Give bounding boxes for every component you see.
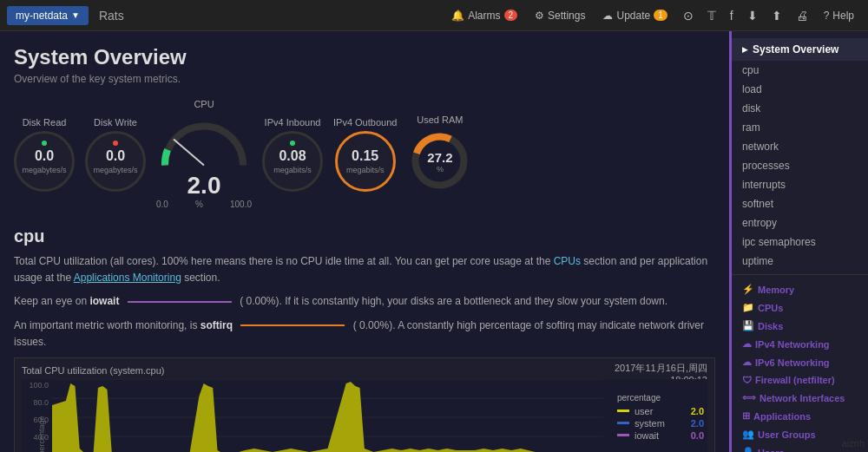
brand-caret: ▼	[71, 10, 80, 20]
sidebar-item-uptime[interactable]: uptime	[732, 252, 868, 271]
sidebar-item-system-overview[interactable]: ▸ System Overview	[732, 38, 868, 61]
user-area	[52, 382, 603, 452]
alarms-nav-item[interactable]: 🔔 Alarms 2	[444, 6, 524, 25]
alarms-badge: 2	[504, 10, 518, 21]
brand-button[interactable]: my-netdata ▼	[7, 6, 89, 25]
softirq-desc: An important metric worth monitoring, is…	[14, 318, 715, 350]
legend-header: percentage	[617, 393, 704, 403]
iowait-prefix: Keep an eye on	[14, 295, 87, 307]
sidebar-section-cpus[interactable]: 📁 CPUs	[732, 297, 868, 315]
softirq-label: softirq	[201, 319, 233, 331]
download-icon[interactable]: ⬇	[742, 5, 763, 26]
iowait-suffix: ( 0.00%). If it is constantly high, your…	[240, 295, 667, 307]
sidebar-network-label: network	[742, 141, 779, 153]
upload-icon[interactable]: ⬆	[766, 5, 787, 26]
legend-iowait-color	[617, 434, 629, 436]
usergroups-label: User Groups	[758, 429, 816, 440]
sidebar-uptime-label: uptime	[742, 255, 773, 267]
monitoring-link[interactable]: Applications Monitoring	[74, 272, 181, 284]
sidebar-item-interrupts[interactable]: interrupts	[732, 175, 868, 194]
ipv4-outbound-gauge: 0.15 megabits/s	[335, 131, 396, 192]
disk-write-label: Disk Write	[94, 117, 137, 128]
usergroups-icon: 👥	[742, 429, 754, 440]
sidebar-item-load[interactable]: load	[732, 80, 868, 99]
sidebar-cpu-label: cpu	[742, 64, 759, 76]
sidebar-item-ipc[interactable]: ipc semaphores	[732, 233, 868, 252]
sidebar-section-ipv4[interactable]: ☁ IPv4 Networking	[732, 333, 868, 351]
ipv4-icon: ☁	[742, 338, 752, 350]
sidebar-softnet-label: softnet	[742, 198, 773, 210]
sidebar-section-disks[interactable]: 💾 Disks	[732, 315, 868, 333]
sidebar-section-firewall[interactable]: 🛡 Firewall (netfilter)	[732, 370, 868, 387]
update-nav-item[interactable]: ☁ Update 1	[595, 6, 674, 25]
settings-nav-item[interactable]: ⚙ Settings	[528, 6, 592, 25]
cpu-desc1: Total CPU utilization (all cores). 100% …	[14, 255, 550, 267]
sidebar-item-entropy[interactable]: entropy	[732, 213, 868, 233]
settings-icon: ⚙	[535, 10, 544, 22]
ipv4-label: IPv4 Networking	[755, 339, 830, 350]
sidebar: ▸ System Overview cpu load disk ram netw…	[729, 31, 868, 452]
sidebar-processes-label: processes	[742, 160, 790, 172]
watermark: aiznh	[842, 438, 865, 449]
alarms-label: Alarms	[468, 10, 500, 22]
legend-iowait-value: 0.0	[683, 430, 704, 441]
legend-system-value: 2.0	[683, 418, 704, 429]
sidebar-divider-1	[732, 274, 868, 275]
ram-center: 27.2 %	[427, 149, 452, 173]
memory-label: Memory	[758, 285, 794, 295]
sidebar-item-processes[interactable]: processes	[732, 156, 868, 175]
legend-user-value: 2.0	[683, 406, 704, 416]
yaxis-100: 100.0	[22, 381, 49, 390]
sidebar-section-memory[interactable]: ⚡ Memory	[732, 278, 868, 297]
applications-icon: ⊞	[742, 410, 750, 422]
yaxis-80: 80.0	[22, 398, 49, 407]
cpu-desc1c: section.	[184, 272, 220, 284]
ipv6-icon: ☁	[742, 357, 752, 368]
update-label: Update	[616, 10, 650, 22]
twitter-icon[interactable]: 𝕋	[702, 5, 721, 26]
sidebar-item-cpu[interactable]: cpu	[732, 61, 868, 80]
svg-line-0	[174, 140, 204, 166]
sidebar-section-applications[interactable]: ⊞ Applications	[732, 405, 868, 423]
chart-svg	[52, 379, 603, 452]
disk-write-widget: Disk Write 0.0 megabytes/s	[85, 117, 146, 192]
ram-label: Used RAM	[417, 115, 463, 125]
page-subtitle: Overview of the key system metrics.	[14, 73, 715, 85]
firewall-icon: 🛡	[742, 375, 752, 385]
disk-read-value: 0.0	[35, 148, 54, 164]
ipv4-inbound-gauge: 0.08 megabits/s	[262, 131, 323, 192]
print-icon[interactable]: 🖨	[791, 5, 813, 26]
disk-write-unit: megabytes/s	[93, 166, 137, 174]
cpu-unit: %	[195, 200, 203, 209]
cpus-label: CPUs	[758, 303, 783, 313]
netinterfaces-icon: ⟺	[742, 392, 756, 403]
cpus-link[interactable]: CPUs	[554, 255, 581, 267]
sidebar-item-ram[interactable]: ram	[732, 118, 868, 137]
disk-write-dot	[113, 141, 118, 146]
disks-icon: 💾	[742, 320, 754, 331]
facebook-icon[interactable]: f	[725, 5, 739, 26]
ipv4-inbound-unit: megabits/s	[273, 166, 312, 174]
sidebar-section-netinterfaces[interactable]: ⟺ Network Interfaces	[732, 387, 868, 405]
ipv4-inbound-value: 0.08	[279, 148, 306, 164]
disk-read-gauge: 0.0 megabytes/s	[14, 131, 75, 192]
sidebar-ram-label: ram	[742, 121, 760, 134]
iowait-bar	[128, 301, 232, 303]
yaxis-vert-label: percentage	[37, 416, 46, 452]
users-label: Users	[758, 448, 785, 453]
disk-read-widget: Disk Read 0.0 megabytes/s	[14, 117, 75, 192]
brand-label: my-netdata	[16, 10, 68, 22]
ram-widget: Used RAM 27.2 %	[407, 115, 472, 193]
chart-area[interactable]: 100.0 80.0 60.0 40.0 20.0 0.0	[22, 379, 707, 452]
upload-icon: ☁	[602, 10, 613, 22]
sidebar-item-disk[interactable]: disk	[732, 99, 868, 118]
ipv4-outbound-unit: megabits/s	[346, 166, 385, 174]
chart-title: Total CPU utilization (system.cpu)	[22, 365, 707, 376]
ipv6-label: IPv6 Networking	[755, 357, 830, 368]
help-nav-item[interactable]: ? Help	[817, 6, 861, 25]
sidebar-section-ipv6[interactable]: ☁ IPv6 Networking	[732, 351, 868, 370]
github-icon[interactable]: ⊙	[678, 5, 699, 26]
sidebar-item-network[interactable]: network	[732, 137, 868, 156]
sidebar-item-softnet[interactable]: softnet	[732, 194, 868, 213]
disk-read-unit: megabytes/s	[22, 166, 66, 174]
